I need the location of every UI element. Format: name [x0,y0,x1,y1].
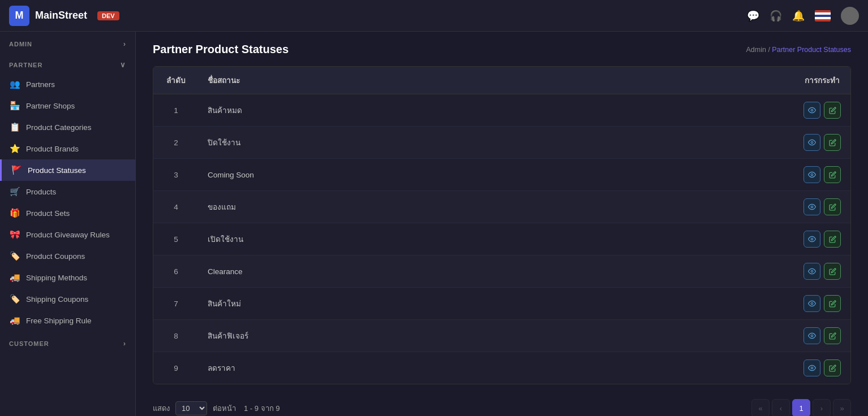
svg-point-7 [811,335,813,337]
sidebar-item-product-sets[interactable]: 🎁 Product Sets [0,202,135,224]
sidebar-item-free-shipping-rule[interactable]: 🚚 Free Shipping Rule [0,310,135,331]
view-btn[interactable] [803,359,820,376]
cell-name: สินค้าฟิเจอร์ [199,320,794,352]
sidebar-item-products[interactable]: 🛒 Products [0,181,135,202]
sidebar-item-product-statuses-label: Product Statuses [28,166,86,175]
svg-point-2 [811,174,813,176]
view-btn[interactable] [803,231,820,248]
sidebar-item-shipping-coupons-label: Shipping Coupons [26,295,88,304]
sidebar-section-partner-label: PARTNER [9,62,42,68]
view-btn[interactable] [803,295,820,312]
customer-chevron-icon: › [123,339,126,348]
sidebar-section-customer[interactable]: CUSTOMER › [0,331,135,352]
per-page-label: ต่อหน้า [213,402,236,414]
page-1-btn[interactable]: 1 [792,399,810,416]
col-header-number: ลำดับ [153,67,199,94]
logo-area: M MainStreet DEV [9,6,119,26]
action-btns [803,327,841,344]
view-btn[interactable] [803,166,820,183]
sidebar-item-shipping-methods[interactable]: 🚚 Shipping Methods [0,267,135,288]
breadcrumb: Admin / Partner Product Statuses [746,46,851,54]
sidebar-item-product-categories-label: Product Categories [26,123,92,132]
product-sets-icon: 🎁 [9,208,20,218]
language-flag[interactable] [815,10,831,21]
edit-btn[interactable] [824,231,841,248]
edit-btn[interactable] [824,166,841,183]
cell-action [794,320,850,352]
sidebar-item-product-coupons[interactable]: 🏷️ Product Coupons [0,245,135,267]
page-last-btn[interactable]: » [833,399,851,416]
cell-number: 4 [153,191,199,223]
table-header-row: ลำดับ ชื่อสถานะ การกระทำ [153,67,850,94]
cell-name: ปิดใช้งาน [199,127,794,159]
content-header: Partner Product Statuses Admin / Partner… [136,32,868,62]
edit-btn[interactable] [824,327,841,344]
table-row: 7สินค้าใหม่ [153,288,850,320]
view-btn[interactable] [803,134,820,151]
view-btn[interactable] [803,327,820,344]
edit-btn[interactable] [824,295,841,312]
sidebar-item-product-brands[interactable]: ⭐ Product Brands [0,138,135,159]
table-row: 1สินค้าหมด [153,94,850,127]
product-statuses-table-container: ลำดับ ชื่อสถานะ การกระทำ 1สินค้าหมด2ปิดใ… [153,66,851,384]
per-page-select[interactable]: 10 25 50 100 [175,401,207,415]
product-brands-icon: ⭐ [9,144,20,154]
view-btn[interactable] [803,102,820,119]
cell-number: 8 [153,320,199,352]
svg-point-3 [811,206,813,208]
cell-action [794,352,850,384]
col-header-action: การกระทำ [794,67,850,94]
cell-name: ของแถม [199,191,794,223]
sidebar-section-admin-label: ADMIN [9,41,32,47]
user-avatar[interactable] [841,7,859,25]
table-row: 3Coming Soon [153,159,850,191]
sidebar-item-free-shipping-rule-label: Free Shipping Rule [26,317,92,325]
action-btns [803,198,841,215]
edit-btn[interactable] [824,198,841,215]
sidebar-item-shipping-methods-label: Shipping Methods [26,274,87,282]
pagination-controls: « ‹ 1 › » [751,399,851,416]
partner-shops-icon: 🏪 [9,101,20,111]
sidebar-item-product-giveaway-rules[interactable]: 🎀 Product Giveaway Rules [0,224,135,245]
view-btn[interactable] [803,263,820,280]
app-name: MainStreet [35,10,87,21]
sidebar-item-partner-shops[interactable]: 🏪 Partner Shops [0,95,135,116]
sidebar-item-product-categories[interactable]: 📋 Product Categories [0,116,135,138]
main-layout: ADMIN › PARTNER ∨ 👥 Partners 🏪 Partner S… [0,32,868,416]
sidebar-item-shipping-coupons[interactable]: 🏷️ Shipping Coupons [0,288,135,310]
page-prev-btn[interactable]: ‹ [772,399,790,416]
headset-icon[interactable]: 🎧 [770,10,782,22]
edit-btn[interactable] [824,359,841,376]
sidebar-item-partners[interactable]: 👥 Partners [0,73,135,95]
cell-name: เปิดใช้งาน [199,223,794,255]
edit-btn[interactable] [824,134,841,151]
sidebar-section-partner[interactable]: PARTNER ∨ [0,53,135,73]
view-btn[interactable] [803,198,820,215]
sidebar-section-customer-label: CUSTOMER [9,340,49,347]
bell-icon[interactable]: 🔔 [792,10,805,22]
col-header-name: ชื่อสถานะ [199,67,794,94]
svg-point-0 [811,109,813,111]
breadcrumb-current[interactable]: Partner Product Statuses [772,46,851,54]
svg-point-1 [811,141,813,144]
table-row: 6Clearance [153,255,850,288]
table-row: 9ลดราคา [153,352,850,384]
partner-chevron-icon: ∨ [120,60,126,69]
table-row: 8สินค้าฟิเจอร์ [153,320,850,352]
edit-btn[interactable] [824,263,841,280]
cell-name: Clearance [199,255,794,288]
sidebar-item-partners-label: Partners [26,80,55,89]
cell-action [794,223,850,255]
chat-icon[interactable]: 💬 [747,10,759,22]
sidebar-item-product-brands-label: Product Brands [26,145,79,153]
action-btns [803,263,841,280]
page-first-btn[interactable]: « [751,399,770,416]
action-btns [803,359,841,376]
page-next-btn[interactable]: › [813,399,831,416]
partners-icon: 👥 [9,79,20,89]
sidebar-section-admin[interactable]: ADMIN › [0,32,135,53]
cell-number: 9 [153,352,199,384]
logo-icon: M [9,6,29,26]
sidebar-item-product-statuses[interactable]: 🚩 Product Statuses [0,159,135,181]
edit-btn[interactable] [824,102,841,119]
